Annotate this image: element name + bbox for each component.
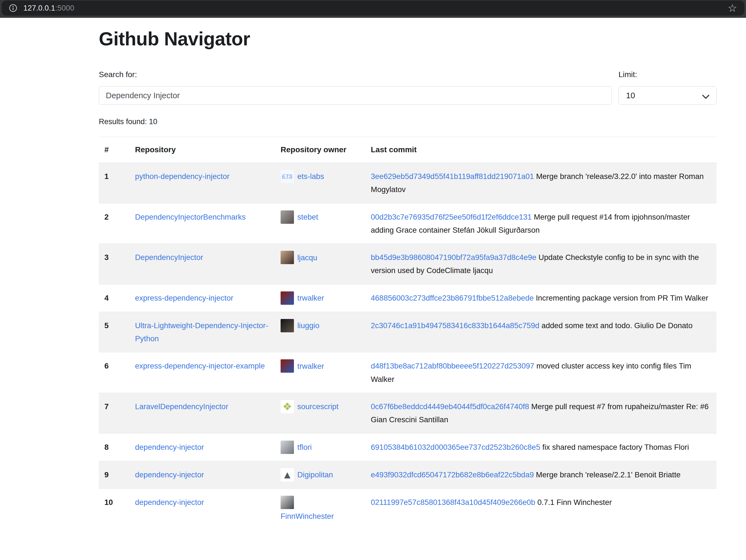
owner-link[interactable]: ETS ets-labs <box>281 170 360 183</box>
table-row: 9 dependency-injector ▲ Digipolitan e493… <box>99 461 717 489</box>
chevron-down-icon <box>702 92 710 99</box>
owner-name: trwalker <box>297 291 324 304</box>
column-header-repo: Repository <box>130 137 275 163</box>
owner-link[interactable]: trwalker <box>281 359 360 373</box>
row-number: 5 <box>99 312 130 352</box>
table-row: 8 dependency-injector tflori 69105384b61… <box>99 433 717 461</box>
commit-hash-link[interactable]: e493f9032dfcd65047172b682e8b6eaf22c5bda9 <box>371 470 534 479</box>
repository-cell: dependency-injector <box>130 461 275 489</box>
repository-link[interactable]: DependencyInjector <box>135 253 203 262</box>
repository-link[interactable]: DependencyInjectorBenchmarks <box>135 213 246 221</box>
commit-hash-link[interactable]: d48f13be8ac712abf80bbeeee5f120227d253097 <box>371 361 534 370</box>
commit-cell: 02111997e57c85801368f43a10d45f409e266e0b… <box>365 489 717 530</box>
commit-cell: 00d2b3c7e76935d76f25ee50f6d1f2ef6ddce131… <box>365 203 717 244</box>
table-row: 5 Ultra-Lightweight-Dependency-Injector-… <box>99 312 717 352</box>
owner-cell: liuggio <box>275 312 365 352</box>
owner-link[interactable]: trwalker <box>281 291 360 305</box>
repository-link[interactable]: express-dependency-injector <box>135 294 233 302</box>
owner-name: ljacqu <box>297 251 317 264</box>
row-number: 3 <box>99 244 130 285</box>
row-number: 8 <box>99 433 130 461</box>
row-number: 7 <box>99 393 130 433</box>
search-form: Search for: Limit: 10 <box>99 70 717 105</box>
owner-avatar <box>281 359 294 373</box>
owner-avatar <box>281 441 294 454</box>
commit-message: Incrementing package version from PR Tim… <box>536 294 708 302</box>
row-number: 10 <box>99 489 130 530</box>
results-count: Results found: 10 <box>99 117 717 126</box>
limit-select-value: 10 <box>626 91 635 100</box>
commit-hash-link[interactable]: 0c67f6be8eddcd4449eb4044f5df0ca26f4740f8 <box>371 402 529 411</box>
owner-cell: ❖ sourcescript <box>275 393 365 433</box>
commit-hash-link[interactable]: bb45d9e3b98608047190bf72a95fa9a37d8c4e9e <box>371 253 536 262</box>
repository-cell: DependencyInjector <box>130 244 275 285</box>
search-input[interactable] <box>99 86 612 105</box>
commit-message: fix shared namespace factory Thomas Flor… <box>542 443 689 451</box>
table-row: 3 DependencyInjector ljacqu bb45d9e3b986… <box>99 244 717 285</box>
page-title: Github Navigator <box>99 28 717 50</box>
repository-link[interactable]: dependency-injector <box>135 443 204 451</box>
info-icon[interactable] <box>9 4 17 12</box>
url-host: 127.0.0.1 <box>23 4 55 12</box>
owner-link[interactable]: ljacqu <box>281 251 360 264</box>
commit-hash-link[interactable]: 00d2b3c7e76935d76f25ee50f6d1f2ef6ddce131 <box>371 213 532 221</box>
owner-name: FinnWinchester <box>281 510 360 523</box>
owner-avatar <box>281 496 294 509</box>
commit-hash-link[interactable]: 468856003c273dffce23b86791fbbe512a8ebede <box>371 294 534 302</box>
table-row: 6 express-dependency-injector-example tr… <box>99 352 717 393</box>
owner-avatar <box>281 319 294 332</box>
owner-cell: trwalker <box>275 284 365 312</box>
commit-message: added some text and todo. Giulio De Dona… <box>541 321 693 330</box>
repository-cell: dependency-injector <box>130 433 275 461</box>
url-port: :5000 <box>55 4 74 12</box>
repository-link[interactable]: Ultra-Lightweight-Dependency-Injector-Py… <box>135 321 268 343</box>
owner-link[interactable]: tflori <box>281 441 360 454</box>
bookmark-star-icon[interactable]: ☆ <box>728 3 737 13</box>
commit-hash-link[interactable]: 69105384b61032d000365ee737cd2523b260c8e5 <box>371 443 540 451</box>
repository-cell: Ultra-Lightweight-Dependency-Injector-Py… <box>130 312 275 352</box>
repository-cell: express-dependency-injector <box>130 284 275 312</box>
owner-name: liuggio <box>297 319 320 332</box>
table-row: 2 DependencyInjectorBenchmarks stebet 00… <box>99 203 717 244</box>
commit-hash-link[interactable]: 3ee629eb5d7349d55f41b119aff81dd219071a01 <box>371 172 534 181</box>
commit-cell: d48f13be8ac712abf80bbeeee5f120227d253097… <box>365 352 717 393</box>
owner-cell: FinnWinchester <box>275 489 365 530</box>
owner-link[interactable]: stebet <box>281 210 360 224</box>
row-number: 9 <box>99 461 130 489</box>
row-number: 6 <box>99 352 130 393</box>
search-label: Search for: <box>99 70 612 79</box>
owner-avatar: ETS <box>281 170 294 183</box>
commit-cell: 0c67f6be8eddcd4449eb4044f5df0ca26f4740f8… <box>365 393 717 433</box>
repository-link[interactable]: express-dependency-injector-example <box>135 361 265 370</box>
owner-avatar: ▲ <box>281 468 294 481</box>
owner-cell: ▲ Digipolitan <box>275 461 365 489</box>
owner-link[interactable]: ❖ sourcescript <box>281 400 360 413</box>
owner-link[interactable]: ▲ Digipolitan <box>281 468 360 481</box>
repository-cell: python-dependency-injector <box>130 163 275 203</box>
commit-cell: 468856003c273dffce23b86791fbbe512a8ebede… <box>365 284 717 312</box>
repository-cell: LaravelDependencyInjector <box>130 393 275 433</box>
owner-avatar <box>281 210 294 224</box>
repository-link[interactable]: dependency-injector <box>135 498 204 506</box>
owner-link[interactable]: liuggio <box>281 319 360 332</box>
commit-cell: e493f9032dfcd65047172b682e8b6eaf22c5bda9… <box>365 461 717 489</box>
owner-avatar <box>281 251 294 264</box>
commit-cell: 2c30746c1a91b4947583416c833b1644a85c759d… <box>365 312 717 352</box>
repository-cell: DependencyInjectorBenchmarks <box>130 203 275 244</box>
commit-message: Merge branch 'release/2.2.1' Benoit Bria… <box>536 470 681 479</box>
repository-link[interactable]: LaravelDependencyInjector <box>135 402 228 411</box>
limit-select[interactable]: 10 <box>619 86 717 105</box>
owner-link[interactable]: FinnWinchester <box>281 496 360 523</box>
row-number: 4 <box>99 284 130 312</box>
commit-hash-link[interactable]: 02111997e57c85801368f43a10d45f409e266e0b <box>371 498 535 506</box>
commit-hash-link[interactable]: 2c30746c1a91b4947583416c833b1644a85c759d <box>371 321 540 330</box>
row-number: 2 <box>99 203 130 244</box>
repository-link[interactable]: dependency-injector <box>135 470 204 479</box>
table-row: 4 express-dependency-injector trwalker 4… <box>99 284 717 312</box>
owner-cell: stebet <box>275 203 365 244</box>
results-table: # Repository Repository owner Last commi… <box>99 137 717 530</box>
repository-link[interactable]: python-dependency-injector <box>135 172 229 181</box>
address-bar[interactable]: 127.0.0.1:5000 ☆ <box>2 1 744 16</box>
row-number: 1 <box>99 163 130 203</box>
owner-cell: trwalker <box>275 352 365 393</box>
